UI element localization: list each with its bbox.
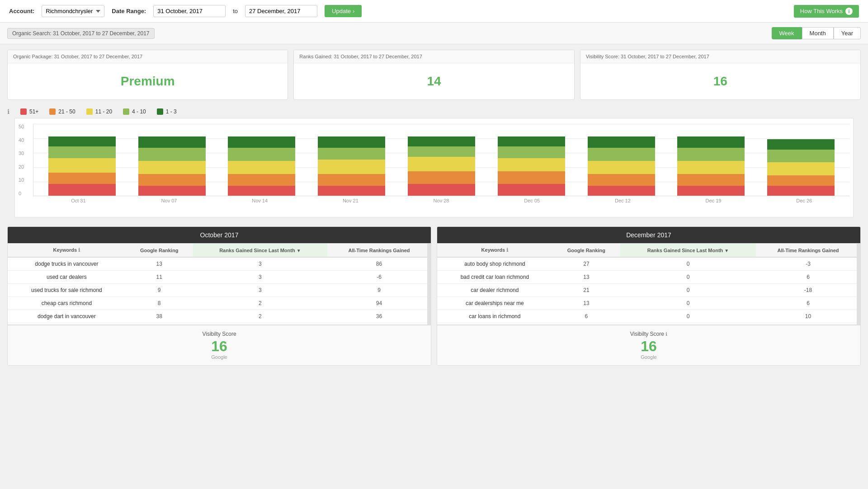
visibility-score-header: Visibility Score: 31 October, 2017 to 27…: [580, 50, 860, 63]
bar-segment: [138, 161, 206, 174]
oct-vis-value: 16: [13, 339, 425, 353]
dec-ranking-2: 21: [552, 284, 620, 297]
oct-keyword-2: used trucks for sale richmond: [8, 284, 126, 297]
bar-segment: [408, 136, 475, 146]
chart-container: 0 10 20 30 40 50 Oct 31Nov 07Nov 14Nov 2…: [0, 118, 868, 221]
bar-segment: [48, 146, 116, 158]
dec-scrollbar[interactable]: [857, 243, 860, 324]
oct-alltime-0: 86: [327, 257, 431, 271]
table-row: dodge trucks in vancouver 13 3 86: [8, 257, 431, 271]
bar-segment: [677, 186, 745, 196]
dec-table-section: December 2017 Keywords ℹ Google Ranking …: [437, 226, 861, 366]
dec-visibility-score: Visibilty Score ℹ 16 Google: [437, 324, 860, 365]
dec-keyword-5: car specials richmond: [437, 323, 552, 325]
bar-segment: [228, 174, 295, 186]
dec-keyword-3: car dealerships near me: [437, 297, 552, 310]
dec-table-wrapper[interactable]: Keywords ℹ Google Ranking Ranks Gained S…: [437, 243, 860, 324]
oct-table-body: dodge trucks in vancouver 13 3 86 used c…: [8, 257, 431, 324]
dec-keywords-info-icon[interactable]: ℹ: [506, 247, 508, 253]
legend-color-51: [20, 108, 27, 115]
oct-col-ranking: Google Ranking: [126, 244, 193, 258]
oct-vis-label: Visibilty Score: [13, 331, 425, 337]
keywords-info-icon[interactable]: ℹ: [78, 247, 80, 253]
bar-group-2: [217, 124, 307, 196]
bar-segment: [228, 161, 295, 174]
chart-info-icon[interactable]: ℹ: [7, 108, 9, 115]
dec-ranking-4: 6: [552, 310, 620, 323]
update-button[interactable]: Update ›: [325, 5, 362, 17]
dec-sort-arrow-icon: ▼: [724, 248, 729, 253]
bar-segment: [318, 174, 385, 186]
year-button[interactable]: Year: [834, 27, 861, 39]
oct-table-wrapper[interactable]: Keywords ℹ Google Ranking Ranks Gained S…: [8, 243, 431, 324]
how-this-works-button[interactable]: How This Works i: [794, 5, 859, 18]
bar-group-3: [307, 124, 396, 196]
oct-alltime-3: 94: [327, 297, 431, 310]
arrow-icon: ›: [353, 8, 354, 14]
ranks-gained-value: 14: [294, 63, 574, 99]
date-start-input[interactable]: [153, 5, 226, 17]
dec-col-alltime: All-Time Rankings Gained: [756, 244, 860, 258]
dec-gained-2: 0: [620, 284, 756, 297]
bar-segment: [138, 186, 206, 196]
bar-group-4: [396, 124, 486, 196]
dec-keyword-2: car dealer richmond: [437, 284, 552, 297]
dec-vis-info-icon[interactable]: ℹ: [665, 331, 667, 337]
bar-segment: [498, 146, 565, 158]
bar-group-0: [37, 124, 127, 196]
oct-gained-4: 2: [193, 310, 327, 323]
bar-segment: [767, 139, 835, 149]
oct-gained-0: 3: [193, 257, 327, 271]
bar-segment: [138, 136, 206, 148]
legend-item-21: 21 - 50: [49, 108, 75, 115]
bar-segment: [408, 146, 475, 156]
oct-ranking-3: 8: [126, 297, 193, 310]
oct-alltime-1: -6: [327, 271, 431, 284]
bar-segment: [318, 136, 385, 148]
dec-gained-0: 0: [620, 257, 756, 271]
bar-segment: [228, 186, 295, 196]
y-label-30: 30: [19, 150, 24, 156]
bar-segment: [588, 161, 655, 174]
table-row: auto body shop richmond 24 0 -3: [8, 323, 431, 325]
bar-stack-8: [767, 139, 835, 196]
account-select[interactable]: Richmondchrysler: [42, 5, 104, 17]
week-button[interactable]: Week: [772, 27, 802, 39]
table-row: bad credit car loan richmond 13 0 6: [437, 271, 860, 284]
bar-segment: [498, 184, 565, 196]
how-label: How This Works: [800, 8, 843, 14]
visibility-score-card: Visibility Score: 31 October, 2017 to 27…: [580, 50, 861, 100]
oct-gained-1: 3: [193, 271, 327, 284]
x-label-4: Nov 28: [396, 198, 487, 203]
bar-group-5: [486, 124, 576, 196]
month-button[interactable]: Month: [802, 27, 834, 39]
ranks-gained-card: Ranks Gained: 31 October, 2017 to 27 Dec…: [293, 50, 574, 100]
table-row: auto body shop richmond 27 0 -3: [437, 257, 860, 271]
visibility-score-value: 16: [580, 63, 860, 99]
oct-alltime-4: 36: [327, 310, 431, 323]
x-label-6: Dec 12: [577, 198, 668, 203]
top-bar: Account: Richmondchrysler Date Range: to…: [0, 0, 868, 23]
oct-keyword-0: dodge trucks in vancouver: [8, 257, 126, 271]
x-label-8: Dec 26: [759, 198, 849, 203]
table-row: used trucks for sale richmond 9 3 9: [8, 284, 431, 297]
oct-keyword-1: used car dealers: [8, 271, 126, 284]
bar-group-7: [666, 124, 756, 196]
bar-segment: [677, 174, 745, 186]
bar-stack-6: [588, 136, 655, 196]
update-label: Update: [332, 8, 351, 14]
legend-color-4: [123, 108, 129, 115]
legend-item-1: 1 - 3: [157, 108, 177, 115]
dec-keyword-4: car loans in richmond: [437, 310, 552, 323]
oct-table: Keywords ℹ Google Ranking Ranks Gained S…: [8, 243, 431, 324]
x-axis-labels: Oct 31Nov 07Nov 14Nov 21Nov 28Dec 05Dec …: [33, 198, 849, 203]
date-end-input[interactable]: [245, 5, 317, 17]
summary-cards: Organic Package: 31 October, 2017 to 27 …: [0, 44, 868, 105]
oct-vis-google: Google: [13, 354, 425, 360]
oct-gained-3: 2: [193, 297, 327, 310]
oct-scrollbar[interactable]: [427, 243, 431, 324]
legend-item-11: 11 - 20: [86, 108, 112, 115]
legend-label-51: 51+: [29, 108, 38, 115]
dec-vis-label-wrap: Visibilty Score ℹ: [443, 331, 855, 337]
bar-segment: [767, 150, 835, 163]
